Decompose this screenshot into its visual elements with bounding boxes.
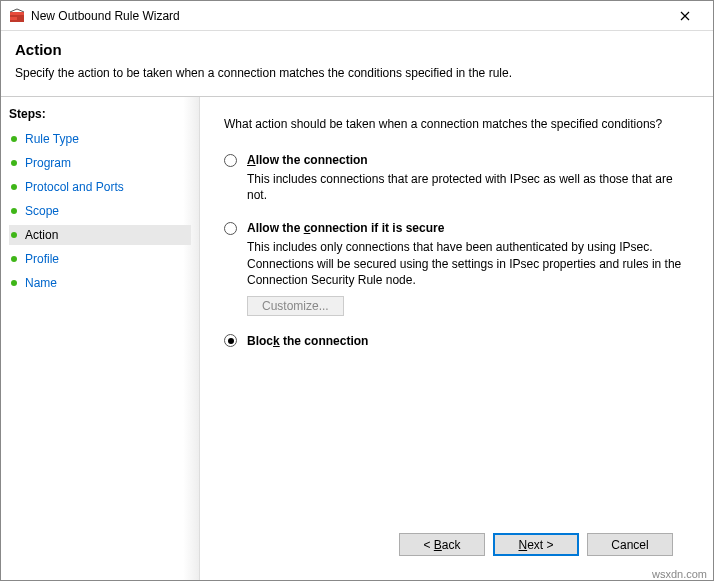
step-name[interactable]: Name (9, 273, 191, 293)
step-label: Rule Type (25, 132, 79, 146)
bullet-icon (11, 208, 17, 214)
step-rule-type[interactable]: Rule Type (9, 129, 191, 149)
spacer (224, 366, 689, 521)
bullet-icon (11, 232, 17, 238)
radio-allow-secure[interactable] (224, 222, 237, 235)
option-block: Block the connection (224, 334, 689, 348)
page-title: Action (15, 41, 699, 58)
wizard-window: New Outbound Rule Wizard Action Specify … (0, 0, 714, 581)
question-text: What action should be taken when a conne… (224, 117, 689, 131)
bullet-icon (11, 256, 17, 262)
option-allow: Allow the connection This includes conne… (224, 153, 689, 203)
close-button[interactable] (665, 2, 705, 30)
steps-heading: Steps: (9, 107, 191, 121)
header: Action Specify the action to be taken wh… (1, 31, 713, 96)
cancel-button[interactable]: Cancel (587, 533, 673, 556)
steps-sidebar: Steps: Rule Type Program Protocol and Po… (1, 97, 200, 580)
bullet-icon (11, 184, 17, 190)
option-label: Allow the connection if it is secure (247, 221, 444, 235)
svg-rect-2 (10, 17, 17, 20)
option-row: Allow the connection if it is secure (224, 221, 689, 235)
watermark: wsxdn.com (652, 568, 707, 580)
svg-rect-1 (10, 12, 24, 15)
option-row: Allow the connection (224, 153, 689, 167)
step-program[interactable]: Program (9, 153, 191, 173)
step-label: Scope (25, 204, 59, 218)
titlebar: New Outbound Rule Wizard (1, 1, 713, 31)
option-allow-secure: Allow the connection if it is secure Thi… (224, 221, 689, 316)
body: Steps: Rule Type Program Protocol and Po… (1, 96, 713, 580)
option-description: This includes connections that are prote… (247, 171, 689, 203)
next-button[interactable]: Next > (493, 533, 579, 556)
step-label: Program (25, 156, 71, 170)
back-button[interactable]: < Back (399, 533, 485, 556)
window-title: New Outbound Rule Wizard (31, 9, 665, 23)
customize-button: Customize... (247, 296, 344, 316)
step-label: Name (25, 276, 57, 290)
page-description: Specify the action to be taken when a co… (15, 66, 699, 80)
main-panel: What action should be taken when a conne… (200, 97, 713, 580)
step-label: Profile (25, 252, 59, 266)
option-label: Allow the connection (247, 153, 368, 167)
radio-allow[interactable] (224, 154, 237, 167)
step-scope[interactable]: Scope (9, 201, 191, 221)
bullet-icon (11, 280, 17, 286)
option-description: This includes only connections that have… (247, 239, 689, 288)
option-label: Block the connection (247, 334, 368, 348)
step-protocol-ports[interactable]: Protocol and Ports (9, 177, 191, 197)
firewall-icon (9, 8, 25, 24)
option-row: Block the connection (224, 334, 689, 348)
bullet-icon (11, 136, 17, 142)
step-action[interactable]: Action (9, 225, 191, 245)
step-label: Action (25, 228, 58, 242)
footer: < Back Next > Cancel (224, 521, 689, 568)
bullet-icon (11, 160, 17, 166)
step-label: Protocol and Ports (25, 180, 124, 194)
radio-block[interactable] (224, 334, 237, 347)
step-profile[interactable]: Profile (9, 249, 191, 269)
